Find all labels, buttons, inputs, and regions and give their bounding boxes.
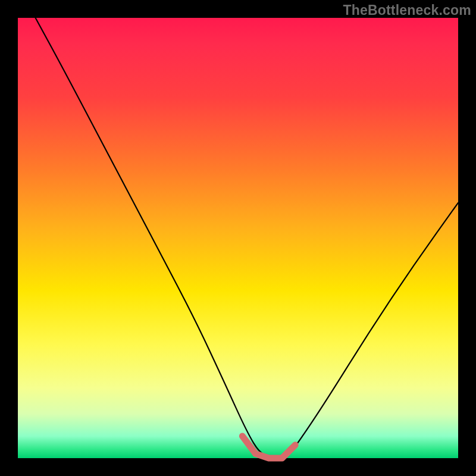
optimal-marker-path	[242, 436, 295, 458]
chart-overlay	[18, 18, 458, 458]
bottleneck-curve-path	[36, 18, 458, 458]
watermark-text: TheBottleneck.com	[343, 2, 471, 18]
chart-frame: TheBottleneck.com	[0, 0, 476, 476]
